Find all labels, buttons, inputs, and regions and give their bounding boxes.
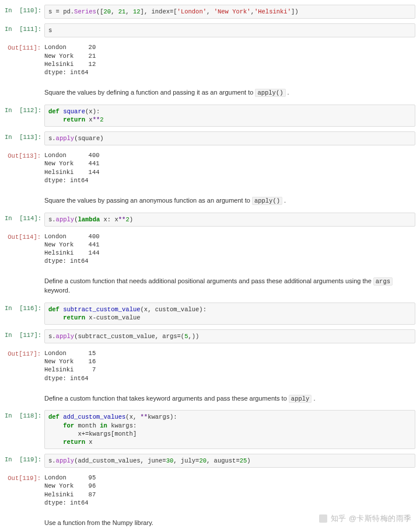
code-input[interactable]: def subtract_custom_value(x, custom_valu… (44, 302, 415, 325)
output-text: London 20 New York 21 Helsinki 12 dtype:… (44, 42, 415, 78)
code-input[interactable]: s.apply(subtract_custom_value, args=(5,)… (44, 329, 415, 343)
markdown-text: Define a custom function that needs addi… (44, 271, 415, 301)
md-text: Define a custom function that takes keyw… (44, 395, 289, 402)
code-input[interactable]: s.apply(lambda x: x**2) (44, 213, 415, 227)
prompt-in: In [114]: (5, 213, 44, 227)
md-tail: keyword. (44, 287, 70, 294)
output-text: London 400 New York 441 Helsinki 144 dty… (44, 231, 415, 267)
md-text: Square the values by passing an anonymou… (44, 197, 252, 204)
notebook-container: In [110]:s = pd.Series([20, 21, 12], ind… (5, 5, 415, 532)
md-tail: . (282, 197, 286, 204)
prompt-blank (5, 82, 44, 103)
md-tail: . (286, 89, 289, 96)
cell: Out[119]:London 95 New York 96 Helsinki … (5, 472, 415, 508)
watermark: 知乎 @卡斯特梅的雨季 (319, 513, 412, 524)
cell: In [113]:s.apply(square) (5, 131, 415, 145)
cell: In [116]:def subtract_custom_value(x, cu… (5, 302, 415, 325)
prompt-blank (5, 190, 44, 211)
prompt-in: In [117]: (5, 329, 44, 343)
cell: Square the values by passing an anonymou… (5, 190, 415, 211)
output-text: London 15 New York 16 Helsinki 7 dtype: … (44, 348, 415, 384)
cell: In [114]:s.apply(lambda x: x**2) (5, 213, 415, 227)
cell: Define a custom function that needs addi… (5, 271, 415, 301)
prompt-in: In [112]: (5, 105, 44, 127)
cell: In [110]:s = pd.Series([20, 21, 12], ind… (5, 5, 415, 19)
prompt-in: In [111]: (5, 23, 44, 37)
markdown-text: Square the values by passing an anonymou… (44, 190, 415, 211)
code-input[interactable]: s = pd.Series([20, 21, 12], index=['Lond… (44, 5, 415, 19)
svg-rect-0 (319, 514, 327, 523)
prompt-in: In [119]: (5, 454, 44, 468)
code-input[interactable]: s.apply(add_custom_values, june=30, july… (44, 454, 415, 468)
markdown-text: Square the values by defining a function… (44, 82, 415, 103)
output-text: London 95 New York 96 Helsinki 87 dtype:… (44, 472, 415, 508)
prompt-in: In [116]: (5, 302, 44, 325)
code-input[interactable]: s.apply(square) (44, 131, 415, 145)
prompt-out: Out[114]: (5, 231, 44, 267)
markdown-text: Define a custom function that takes keyw… (44, 388, 415, 409)
inline-code: apply() (252, 197, 282, 205)
cell: Out[114]:London 400 New York 441 Helsink… (5, 231, 415, 267)
prompt-in: In [113]: (5, 131, 44, 145)
inline-code: apply() (255, 89, 285, 97)
prompt-in: In [118]: (5, 410, 44, 449)
cell: Out[113]:London 400 New York 441 Helsink… (5, 150, 415, 186)
output-text: London 400 New York 441 Helsinki 144 dty… (44, 150, 415, 186)
code-input[interactable]: def add_custom_values(x, **kwargs): for … (44, 410, 415, 449)
watermark-text: 知乎 @卡斯特梅的雨季 (331, 513, 412, 524)
cell: Square the values by defining a function… (5, 82, 415, 103)
cell: In [112]:def square(x): return x**2 (5, 105, 415, 127)
cell: Out[111]:London 20 New York 21 Helsinki … (5, 42, 415, 78)
prompt-blank (5, 388, 44, 409)
cell: In [119]:s.apply(add_custom_values, june… (5, 454, 415, 468)
prompt-out: Out[117]: (5, 348, 44, 384)
cell: In [111]:s (5, 23, 415, 37)
prompt-blank (5, 513, 44, 532)
prompt-out: Out[111]: (5, 42, 44, 78)
cell: In [118]:def add_custom_values(x, **kwar… (5, 410, 415, 449)
inline-code: args (373, 277, 393, 286)
md-tail: . (312, 395, 315, 402)
prompt-out: Out[119]: (5, 472, 44, 508)
prompt-in: In [110]: (5, 5, 44, 19)
code-input[interactable]: s (44, 23, 415, 37)
cell: Define a custom function that takes keyw… (5, 388, 415, 409)
code-input[interactable]: def square(x): return x**2 (44, 105, 415, 127)
md-text: Define a custom function that needs addi… (44, 277, 373, 284)
zhihu-icon (319, 514, 327, 523)
inline-code: apply (289, 395, 312, 403)
cell: Out[117]:London 15 New York 16 Helsinki … (5, 348, 415, 384)
prompt-out: Out[113]: (5, 150, 44, 186)
md-text: Square the values by defining a function… (44, 89, 255, 96)
md-text: Use a function from the Numpy library. (44, 519, 153, 526)
cell: In [117]:s.apply(subtract_custom_value, … (5, 329, 415, 343)
prompt-blank (5, 271, 44, 301)
